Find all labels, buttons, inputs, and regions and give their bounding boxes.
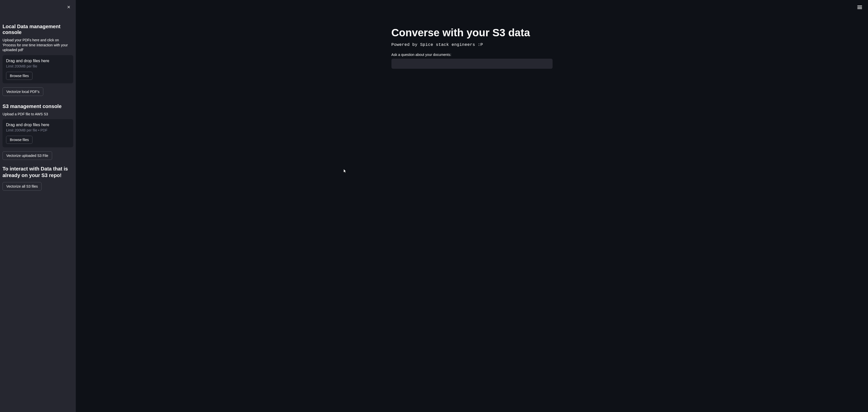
vectorize-local-button[interactable]: Vectorize local PDF's xyxy=(2,87,43,96)
hamburger-menu-button[interactable] xyxy=(856,3,864,11)
s3-section-header: S3 management console xyxy=(2,104,73,109)
s3-section: S3 management console Upload a PDF file … xyxy=(2,104,73,197)
hamburger-icon xyxy=(857,4,863,10)
interact-section-header: To interact with Data that is already on… xyxy=(2,166,73,179)
main-inner: Converse with your S3 data Powered by Sp… xyxy=(392,0,553,412)
sidebar-content: Local Data management console Upload you… xyxy=(0,0,76,199)
s3-section-description: Upload a PDF file to AWS S3 xyxy=(2,112,73,117)
question-input-label: Ask a question about your documents: xyxy=(392,53,553,57)
close-sidebar-button[interactable] xyxy=(65,3,72,10)
local-upload-title: Drag and drop files here xyxy=(6,59,70,63)
local-browse-files-button[interactable]: Browse files xyxy=(6,72,32,80)
sidebar: Local Data management console Upload you… xyxy=(0,0,76,412)
main-content: Converse with your S3 data Powered by Sp… xyxy=(76,0,868,412)
cursor-icon xyxy=(344,169,347,174)
local-section-description: Upload your PDFs here and click on 'Proc… xyxy=(2,38,73,53)
local-upload-hint: Limit 200MB per file xyxy=(6,64,70,68)
local-section-header: Local Data management console xyxy=(2,24,73,35)
question-input[interactable] xyxy=(392,59,553,69)
vectorize-uploaded-s3-button[interactable]: Vectorize uploaded S3 File xyxy=(2,151,52,160)
s3-upload-dropzone[interactable]: Drag and drop files here Limit 200MB per… xyxy=(2,119,73,147)
close-icon xyxy=(67,5,71,9)
s3-browse-files-button[interactable]: Browse files xyxy=(6,136,32,144)
vectorize-all-s3-button[interactable]: Vectorize all S3 files xyxy=(2,182,41,190)
s3-upload-hint: Limit 200MB per file • PDF xyxy=(6,128,70,132)
s3-upload-title: Drag and drop files here xyxy=(6,123,70,127)
page-title: Converse with your S3 data xyxy=(392,27,553,39)
local-upload-dropzone[interactable]: Drag and drop files here Limit 200MB per… xyxy=(2,55,73,83)
page-subtitle: Powered by Spice stack engineers :P xyxy=(392,42,553,47)
